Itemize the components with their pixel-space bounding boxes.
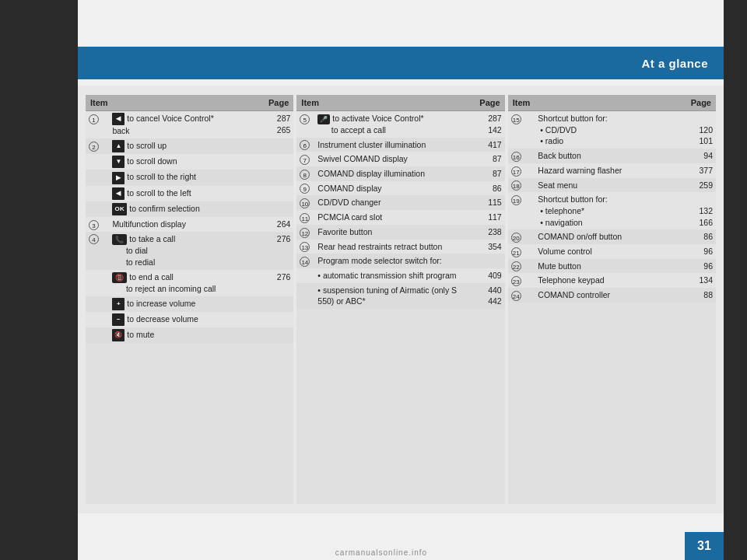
table-row: 📵 to end a call to reject an incoming ca… bbox=[86, 270, 293, 296]
col1-item-header: Item bbox=[86, 95, 254, 111]
col2-item-header: Item bbox=[296, 95, 475, 111]
table-row: 3 Multifunction display 264 bbox=[86, 217, 293, 232]
table-row: 22 Mute button 96 bbox=[508, 259, 716, 274]
table-row: 9 COMAND display 86 bbox=[296, 181, 504, 196]
page-number: 31 bbox=[685, 532, 724, 560]
table-row: 17 Hazard warning flasher 377 bbox=[508, 163, 716, 178]
table-row: 20 COMAND on/off button 86 bbox=[508, 229, 716, 244]
table-row: ▼ to scroll down bbox=[86, 154, 293, 170]
table-row: ▶ to scroll to the right bbox=[86, 170, 293, 185]
table-row: 8 COMAND display illumination 87 bbox=[296, 166, 504, 181]
col1-page-header: Page bbox=[254, 95, 294, 111]
table-row: 12 Favorite button 238 bbox=[296, 225, 504, 240]
table-row: − to decrease volume bbox=[86, 312, 293, 327]
table-row: ◀ to scroll to the left bbox=[86, 186, 293, 201]
back-arrow-icon: ◀ bbox=[112, 113, 124, 125]
phone-icon: 📞 bbox=[112, 234, 127, 246]
arrow-down-icon: ▼ bbox=[112, 156, 124, 168]
vol-plus-icon: + bbox=[112, 298, 124, 310]
table-row: 19 Shortcut button for: • telephone* • n… bbox=[508, 192, 716, 229]
table-row: 4 📞 to take a call to dial to redial 276 bbox=[86, 232, 293, 270]
table-row: 5 🎤 to activate Voice Control* to accept… bbox=[296, 111, 504, 138]
voice-btn-icon: 🎤 bbox=[317, 114, 330, 124]
table-row: 16 Back button 94 bbox=[508, 149, 716, 163]
table-row: 13 Rear head restraints retract button 3… bbox=[296, 240, 504, 254]
table-row: 6 Instrument cluster illumination 417 bbox=[296, 138, 504, 152]
table-3: Item Page 15 Shortcut button for: • CD/D… bbox=[508, 95, 716, 303]
arrow-left-icon: ◀ bbox=[112, 187, 124, 200]
table-row: • automatic transmission shift program 4… bbox=[296, 268, 504, 283]
col3-item-header: Item bbox=[508, 95, 672, 111]
mute-icon: 🔇 bbox=[112, 329, 124, 341]
end-call-icon: 📵 bbox=[112, 272, 127, 284]
table-row: 21 Volume control 96 bbox=[508, 244, 716, 259]
col3-page-header: Page bbox=[671, 95, 716, 111]
content-area: Item Page 1 ◀ to cancel Voice Control*ba… bbox=[78, 86, 724, 513]
table-row: OK to confirm selection bbox=[86, 201, 293, 217]
vol-minus-icon: − bbox=[112, 313, 124, 326]
ok-icon: OK bbox=[112, 203, 127, 215]
col2-page-header: Page bbox=[475, 95, 504, 111]
item-num: 1 bbox=[86, 111, 109, 138]
table-1: Item Page 1 ◀ to cancel Voice Control*ba… bbox=[86, 95, 293, 343]
column-2: Item Page 5 🎤 to activate Voice Control*… bbox=[296, 95, 504, 504]
watermark: carmanualsonline.info bbox=[78, 548, 685, 557]
column-3: Item Page 15 Shortcut button for: • CD/D… bbox=[508, 95, 716, 504]
table-row: 23 Telephone keypad 134 bbox=[508, 273, 716, 288]
table-row: 11 PCMCIA card slot 117 bbox=[296, 210, 504, 225]
arrow-up-icon: ▲ bbox=[112, 140, 124, 152]
right-dark-panel bbox=[724, 0, 747, 560]
table-row: 🔇 to mute bbox=[86, 327, 293, 343]
left-dark-panel bbox=[0, 0, 78, 560]
page-title: At a glance bbox=[641, 57, 708, 70]
table-row: 14 Program mode selector switch for: bbox=[296, 254, 504, 268]
table-row: 10 CD/DVD changer 115 bbox=[296, 195, 504, 210]
table-row: 1 ◀ to cancel Voice Control*back 287265 bbox=[86, 111, 293, 138]
arrow-right-icon: ▶ bbox=[112, 172, 124, 184]
table-row: 15 Shortcut button for: • CD/DVD • radio… bbox=[508, 111, 716, 149]
table-2: Item Page 5 🎤 to activate Voice Control*… bbox=[296, 95, 504, 309]
header-bar: At a glance bbox=[78, 47, 724, 79]
table-row: • suspension tuning of Airmatic (only S … bbox=[296, 283, 504, 309]
column-1: Item Page 1 ◀ to cancel Voice Control*ba… bbox=[86, 95, 293, 504]
table-row: 18 Seat menu 259 bbox=[508, 178, 716, 193]
table-row: 7 Swivel COMAND display 87 bbox=[296, 152, 504, 166]
table-row: 2 ▲ to scroll up bbox=[86, 138, 293, 154]
table-row: 24 COMAND controller 88 bbox=[508, 288, 716, 303]
table-row: + to increase volume bbox=[86, 296, 293, 312]
